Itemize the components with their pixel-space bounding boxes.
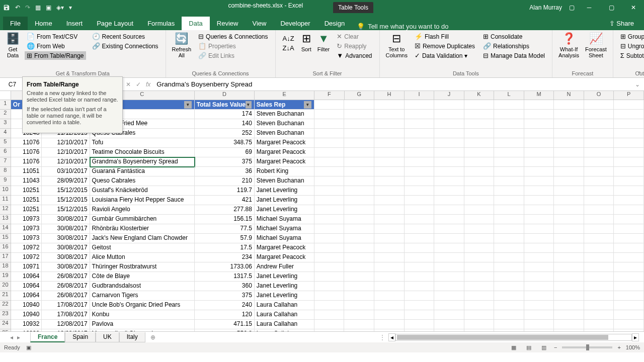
cell[interactable]: 10964 xyxy=(11,282,42,291)
cell[interactable] xyxy=(554,196,584,205)
zoom-slider[interactable] xyxy=(562,346,612,348)
cell[interactable] xyxy=(405,253,435,262)
account-icon[interactable]: ▢ xyxy=(569,4,575,11)
cell[interactable] xyxy=(344,272,374,282)
tab-developer[interactable]: Developer xyxy=(273,17,317,30)
cell[interactable] xyxy=(374,253,405,262)
cell[interactable] xyxy=(434,253,464,262)
cell[interactable] xyxy=(405,329,435,331)
cell[interactable] xyxy=(524,310,554,320)
cell[interactable] xyxy=(614,215,644,224)
cell[interactable] xyxy=(405,234,435,243)
cell[interactable] xyxy=(464,253,495,262)
cell[interactable]: Gudbrandsdalsost xyxy=(90,282,195,291)
row-header[interactable]: 16 xyxy=(0,243,11,253)
cell[interactable] xyxy=(374,196,405,205)
row-header[interactable]: 9 xyxy=(0,176,11,186)
cell[interactable] xyxy=(614,262,644,272)
add-sheet-button[interactable]: ⊕ xyxy=(145,333,160,342)
cell[interactable]: 10973 xyxy=(11,234,42,243)
cell[interactable] xyxy=(434,282,464,291)
cell[interactable] xyxy=(584,129,614,138)
cell[interactable] xyxy=(314,205,345,215)
tab-view[interactable]: View xyxy=(245,17,273,30)
flash-fill-button[interactable]: ⚡Flash Fill xyxy=(413,32,477,41)
edit-links-button[interactable]: 🔗Edit Links xyxy=(196,51,270,60)
expand-formula-bar[interactable]: ⌄ xyxy=(631,81,644,88)
cell[interactable]: 10251 xyxy=(11,196,42,205)
cell[interactable]: 119.7 xyxy=(195,186,255,196)
row-header[interactable]: 20 xyxy=(0,282,11,291)
text-to-columns-button[interactable]: ⊟Text to Columns xyxy=(383,31,411,59)
cell[interactable]: 15/12/2015 xyxy=(42,205,90,215)
cell[interactable] xyxy=(554,301,584,310)
cell[interactable] xyxy=(344,234,374,243)
cell[interactable] xyxy=(374,186,405,196)
hscroll-right[interactable]: ▸ xyxy=(632,333,639,341)
cell[interactable]: 348.75 xyxy=(195,138,255,148)
cell[interactable] xyxy=(614,205,644,215)
cell[interactable]: 210 xyxy=(195,176,255,186)
cell[interactable]: Michael Suyama xyxy=(255,224,314,234)
minimize-button[interactable]: ─ xyxy=(582,4,597,11)
cell[interactable] xyxy=(614,301,644,310)
cell[interactable]: Margaret Peacock xyxy=(255,243,314,253)
cell[interactable] xyxy=(405,291,435,301)
sort-az-button[interactable]: A↓Z xyxy=(281,34,296,43)
qat-icon1[interactable]: ▦ xyxy=(35,4,41,11)
relationships-button[interactable]: 🔗Relationships xyxy=(481,42,547,50)
cell[interactable] xyxy=(524,176,554,186)
cell[interactable] xyxy=(464,205,495,215)
cell[interactable]: Janet Leverling xyxy=(255,196,314,205)
cell[interactable] xyxy=(374,176,405,186)
sheet-tab-spain[interactable]: Spain xyxy=(65,332,96,342)
cell[interactable] xyxy=(314,301,345,310)
cell[interactable] xyxy=(464,282,495,291)
cell[interactable] xyxy=(314,119,345,129)
cell[interactable] xyxy=(554,148,584,157)
select-all[interactable] xyxy=(0,91,11,100)
row-header[interactable]: 11 xyxy=(0,196,11,205)
row-header[interactable]: 13 xyxy=(0,215,11,224)
cell[interactable]: 12/08/2017 xyxy=(42,320,90,329)
sort-za-button[interactable]: Z↓A xyxy=(281,44,296,52)
cell[interactable] xyxy=(584,148,614,157)
macro-record-icon[interactable]: ▣ xyxy=(26,344,31,351)
cell[interactable] xyxy=(614,234,644,243)
cell[interactable]: 17/08/2017 xyxy=(42,310,90,320)
filter-button[interactable]: ▼Filter xyxy=(314,31,333,53)
data-validation-button[interactable]: ✓Data Validation ▾ xyxy=(413,51,477,60)
sheet-tab-france[interactable]: France xyxy=(30,332,65,342)
col-header-L[interactable]: L xyxy=(494,91,524,100)
cell[interactable]: 10973 xyxy=(11,224,42,234)
cell[interactable]: 10940 xyxy=(11,301,42,310)
cell[interactable] xyxy=(524,224,554,234)
from-web-button[interactable]: 🌐From Web xyxy=(25,42,86,50)
col-header-G[interactable]: G xyxy=(345,91,375,100)
tab-home[interactable]: Home xyxy=(28,17,59,30)
cell[interactable]: 10972 xyxy=(11,243,42,253)
cell[interactable]: 10940 xyxy=(11,310,42,320)
row-header[interactable]: 4 xyxy=(0,129,11,138)
filter-dropdown-icon[interactable]: ▾ xyxy=(246,101,252,109)
cell[interactable] xyxy=(405,167,435,176)
cell[interactable] xyxy=(405,301,435,310)
cell[interactable] xyxy=(494,224,524,234)
cell[interactable] xyxy=(434,301,464,310)
cell[interactable] xyxy=(494,186,524,196)
cell[interactable] xyxy=(464,272,495,282)
cell[interactable] xyxy=(494,310,524,320)
cell[interactable]: 26/08/2017 xyxy=(42,272,90,282)
cell[interactable]: Ravioli Angelo xyxy=(90,205,195,215)
cell[interactable] xyxy=(494,138,524,148)
cell[interactable] xyxy=(524,262,554,272)
cell[interactable] xyxy=(584,186,614,196)
tab-insert[interactable]: Insert xyxy=(59,17,90,30)
cell[interactable] xyxy=(434,329,464,331)
cell[interactable] xyxy=(584,282,614,291)
cell[interactable]: Teatime Chocolate Biscuits xyxy=(90,148,195,157)
cell[interactable]: 1317.5 xyxy=(195,272,255,282)
cell[interactable]: Côte de Blaye xyxy=(90,272,195,282)
cell[interactable] xyxy=(434,157,464,167)
cell[interactable]: 11051 xyxy=(11,167,42,176)
